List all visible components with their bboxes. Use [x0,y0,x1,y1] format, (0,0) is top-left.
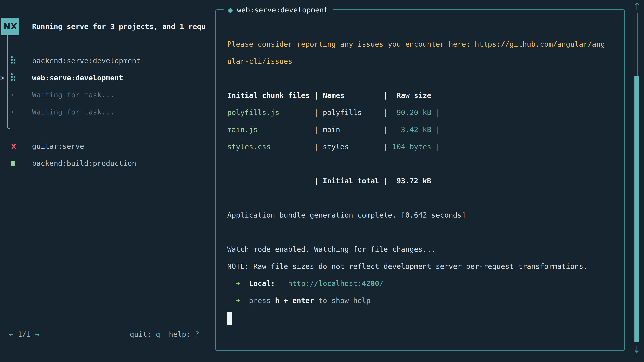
terminal-line [227,224,623,241]
task-label: Waiting for task... [32,103,114,120]
help-hint-label: help: [160,330,195,338]
pagination: ← 1/1 → [9,326,40,343]
cursor-block [227,312,232,325]
cross-icon [10,138,17,155]
sidebar-task-web-serve-development[interactable]: >web:serve:development [0,69,215,86]
output-panel: ● web:serve:development Please consider … [215,9,625,351]
prev-page-arrow-icon[interactable]: ← [9,330,14,338]
scroll-up-icon[interactable]: ↑ [632,2,642,11]
task-label: Waiting for task... [32,86,114,103]
task-label: backend:build:production [32,155,136,172]
terminal-line: Please consider reporting any issues you… [227,35,623,53]
task-label: web:serve:development [32,69,123,86]
terminal-line: Watch mode enabled. Watching for file ch… [227,241,623,258]
selected-task-caret-icon: > [0,69,6,86]
sidebar-task-backend-build-production[interactable]: backend:build:production [0,155,215,172]
scroll-down-icon[interactable]: ↓ [632,345,642,354]
help-key: ? [195,330,199,338]
terminal-line: polyfills.js | polyfills | 90.20 kB | [227,104,623,121]
sidebar-footer: ← 1/1 → quit: q help: ? [0,326,215,343]
terminal-line: ➜ press h + enter to show help [227,292,623,309]
terminal-line [227,189,623,206]
task-sidebar: NX Running serve for 3 projects, and 1 r… [0,0,215,362]
terminal-line [227,155,623,172]
task-label: backend:serve:development [32,52,140,69]
app-title: Running serve for 3 projects, and 1 requ [32,18,210,35]
sidebar-task-backend-serve-development[interactable]: backend:serve:development [0,52,215,69]
quit-hint-label: quit: [130,330,156,338]
spinner-icon [10,69,17,86]
task-status-dot-icon: ● [228,6,232,14]
sidebar-task-guitar-serve[interactable]: guitar:serve [0,138,215,155]
terminal-line: styles.css | styles | 104 bytes | [227,138,623,155]
terminal-line: main.js | main | 3.42 kB | [227,121,623,138]
terminal-line: ➜ Local: http://localhost:4200/ [227,275,623,292]
terminal-line: Application bundle generation complete. … [227,206,623,224]
waiting-dot-icon [10,103,17,120]
task-label: guitar:serve [32,138,84,155]
terminal-line: NOTE: Raw file sizes do not reflect deve… [227,258,623,275]
sidebar-task-waiting-for-task-[interactable]: Waiting for task... [0,103,215,120]
terminal-line [227,70,623,87]
terminal-output: Please consider reporting any issues you… [227,35,623,326]
waiting-dot-icon [10,86,17,103]
page-indicator: 1/1 [14,330,35,338]
terminal-line [227,309,623,326]
terminal-line: ular-cli/issues [227,53,623,70]
terminal-line: | Initial total | 93.72 kB [227,172,623,189]
nx-logo: NX [1,17,19,35]
panel-title-text: web:serve:development [237,6,328,14]
keyboard-hints: quit: q help: ? [130,326,199,343]
next-page-arrow-icon[interactable]: → [35,330,40,338]
square-icon [10,155,17,172]
quit-key: q [156,330,160,338]
sidebar-task-waiting-for-task-[interactable]: Waiting for task... [0,86,215,103]
scroll-thumb[interactable] [634,76,639,343]
panel-title: ● web:serve:development [224,1,333,18]
spinner-icon [10,52,17,69]
terminal-line: Initial chunk files | Names | Raw size [227,87,623,104]
